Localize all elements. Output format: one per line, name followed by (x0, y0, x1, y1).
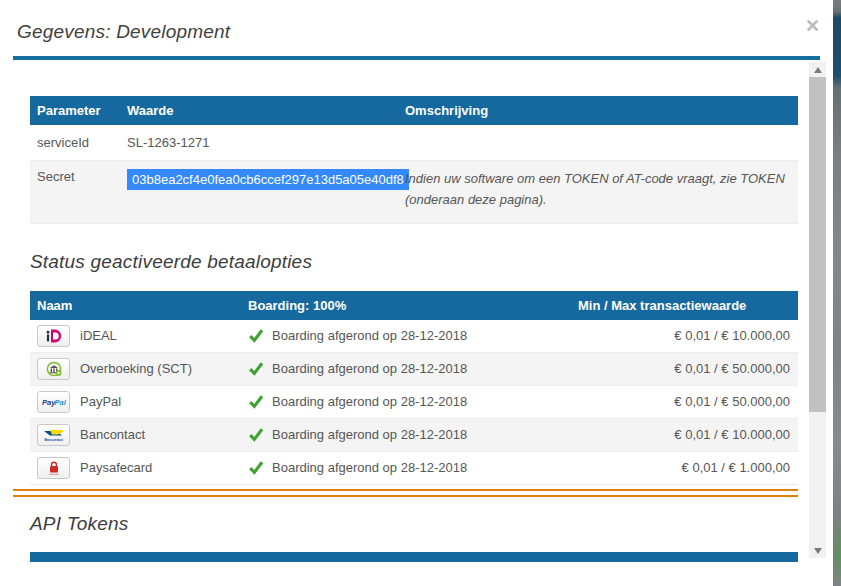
scroll-up-button[interactable] (809, 62, 826, 77)
col-omschrijving: Omschrijving (398, 96, 798, 125)
payment-method-button[interactable] (37, 457, 70, 479)
boarding-status: Boarding afgerond op 28-12-2018 (272, 427, 467, 442)
param-value: SL-1263-1271 (120, 125, 398, 160)
minmax-value: € 0,01 / € 1.000,00 (571, 455, 798, 480)
ideal-icon (42, 328, 66, 344)
param-description (398, 125, 798, 160)
check-icon (248, 460, 264, 475)
paypal-icon: Pay Pal (41, 394, 67, 410)
scrollbar-track[interactable] (809, 77, 826, 543)
scroll-down-button[interactable] (809, 543, 826, 558)
boarding-status: Boarding afgerond op 28-12-2018 (272, 460, 467, 475)
payment-method-name: iDEAL (80, 328, 117, 343)
header-divider (13, 56, 820, 60)
check-icon (248, 328, 264, 343)
payment-method-name: Bancontact (80, 427, 145, 442)
payment-row-paypal: Pay Pal PayPal Boarding afgerond op 28-1… (30, 386, 798, 419)
minmax-value: € 0,01 / € 10.000,00 (571, 323, 798, 348)
boarding-status: Boarding afgerond op 28-12-2018 (272, 361, 467, 376)
modal-title: Gegevens: Development (17, 21, 230, 43)
parameters-table-header: Parameter Waarde Omschrijving (30, 96, 798, 125)
minmax-value: € 0,01 / € 50.000,00 (571, 356, 798, 381)
api-tokens-table-header-cutoff (30, 552, 798, 562)
payment-row-bancontact: Bancontact Bancontact Boarding afgerond … (30, 419, 798, 452)
payment-method-name: Paysafecard (80, 460, 152, 475)
scroll-up-icon (814, 67, 822, 73)
svg-text:Pal: Pal (54, 398, 66, 407)
col-waarde: Waarde (120, 96, 398, 125)
payment-method-button[interactable]: Bancontact (37, 424, 70, 446)
table-row-secret: Secret 03b8ea2cf4e0fea0cb6ccef297e13d5a0… (30, 161, 798, 224)
close-icon[interactable]: ✕ (805, 17, 820, 35)
minmax-value: € 0,01 / € 10.000,00 (571, 422, 798, 447)
boarding-status: Boarding afgerond op 28-12-2018 (272, 328, 467, 343)
payment-method-name: Overboeking (SCT) (80, 361, 192, 376)
page-background-edge (833, 0, 841, 586)
payment-method-button[interactable] (37, 358, 70, 380)
paysafecard-icon (42, 460, 66, 476)
section-heading-betaalopties: Status geactiveerde betaalopties (30, 251, 798, 273)
section-heading-api-tokens: API Tokens (30, 513, 798, 535)
param-label: serviceId (30, 125, 120, 160)
secret-value-selected[interactable]: 03b8ea2cf4e0fea0cb6ccef297e13d5a05e40df8 (127, 169, 409, 190)
payment-method-button[interactable] (37, 325, 70, 347)
payment-options-table: Naam Boarding: 100% Min / Max transactie… (30, 291, 798, 485)
minmax-value: € 0,01 / € 50.000,00 (571, 389, 798, 414)
payment-method-name: PayPal (80, 394, 121, 409)
param-label: Secret (30, 161, 120, 223)
table-row-serviceid: serviceId SL-1263-1271 (30, 125, 798, 161)
bancontact-icon: Bancontact (42, 427, 66, 443)
col-naam: Naam (30, 291, 241, 320)
col-boarding: Boarding: 100% (241, 291, 571, 320)
check-icon (248, 361, 264, 376)
payment-method-button[interactable]: Pay Pal (37, 391, 70, 413)
overboeking-icon (42, 361, 66, 377)
payment-row-ideal: iDEAL Boarding afgerond op 28-12-2018 € … (30, 320, 798, 353)
scroll-down-icon (814, 548, 822, 554)
orange-double-divider (13, 489, 798, 497)
check-icon (248, 427, 264, 442)
modal-body: Parameter Waarde Omschrijving serviceId … (30, 96, 798, 562)
check-icon (248, 394, 264, 409)
payment-row-paysafecard: Paysafecard Boarding afgerond op 28-12-2… (30, 452, 798, 485)
boarding-status: Boarding afgerond op 28-12-2018 (272, 394, 467, 409)
scrollbar-thumb[interactable] (809, 77, 826, 412)
col-parameter: Parameter (30, 96, 120, 125)
svg-text:Bancontact: Bancontact (44, 437, 63, 441)
payment-table-header: Naam Boarding: 100% Min / Max transactie… (30, 291, 798, 320)
payment-row-overboeking: Overboeking (SCT) Boarding afgerond op 2… (30, 353, 798, 386)
modal-scrollbar[interactable] (809, 62, 826, 558)
parameters-table: Parameter Waarde Omschrijving serviceId … (30, 96, 798, 224)
col-minmax: Min / Max transactiewaarde (571, 291, 798, 320)
param-description: Indien uw software om een TOKEN of AT-co… (398, 161, 798, 223)
